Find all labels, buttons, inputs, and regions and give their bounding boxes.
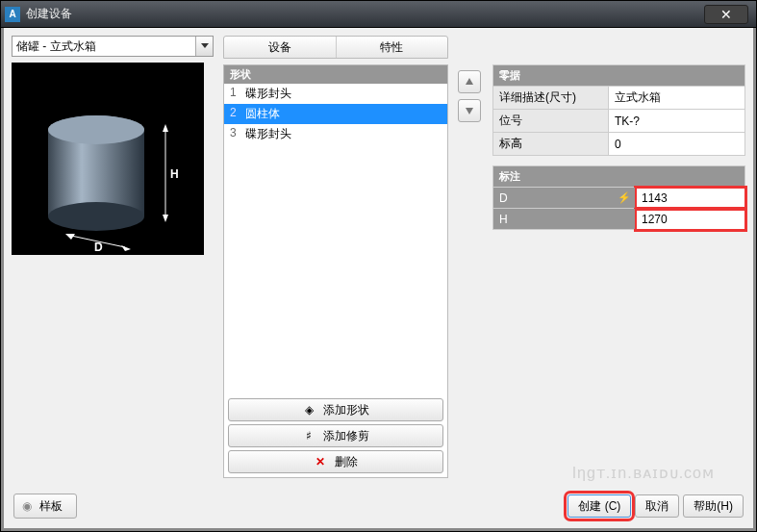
shape-panel: 形状 1 碟形封头 2 圆柱体 3 碟形封头 bbox=[223, 64, 448, 478]
move-down-button[interactable] bbox=[458, 99, 481, 122]
svg-text:H: H bbox=[170, 167, 179, 181]
window-title: 创建设备 bbox=[26, 6, 704, 22]
tab-properties[interactable]: 特性 bbox=[337, 37, 448, 58]
app-icon: A bbox=[5, 7, 20, 22]
svg-marker-11 bbox=[121, 245, 131, 251]
titlebar[interactable]: A 创建设备 ✕ bbox=[1, 1, 756, 28]
shapes-header: 形状 bbox=[224, 65, 447, 84]
delete-icon: ✕ bbox=[314, 455, 327, 469]
elev-value[interactable]: 0 bbox=[609, 133, 745, 156]
data-header: 零据 bbox=[493, 65, 745, 87]
cube-icon: ◈ bbox=[302, 403, 315, 417]
svg-point-4 bbox=[48, 115, 144, 144]
move-up-button[interactable] bbox=[458, 70, 481, 93]
bolt-icon: ⚡ bbox=[618, 191, 631, 204]
list-item[interactable]: 3 碟形封头 bbox=[224, 124, 447, 144]
svg-marker-14 bbox=[466, 108, 473, 114]
tag-label: 位号 bbox=[493, 110, 609, 133]
create-button[interactable]: 创建 (C) bbox=[568, 494, 631, 518]
equipment-type-combo[interactable] bbox=[12, 36, 214, 57]
equipment-type-input[interactable] bbox=[13, 37, 195, 56]
desc-label: 详细描述(尺寸) bbox=[493, 87, 609, 110]
bottom-bar: ◉ 样板 创建 (C) 取消 帮助(H) bbox=[13, 494, 744, 519]
dimensions-table: 标注 D⚡ 1143 H 1270 bbox=[492, 165, 745, 230]
cancel-button[interactable]: 取消 bbox=[635, 494, 679, 518]
elev-label: 标高 bbox=[493, 133, 609, 156]
dim-d-value[interactable]: 1143 bbox=[636, 188, 745, 209]
list-item[interactable]: 1 碟形封头 bbox=[224, 84, 447, 104]
tab-bar: 设备 特性 bbox=[223, 36, 448, 59]
list-item[interactable]: 2 圆柱体 bbox=[224, 104, 447, 124]
camera-icon: ◉ bbox=[22, 499, 32, 513]
help-button[interactable]: 帮助(H) bbox=[683, 494, 744, 518]
svg-marker-13 bbox=[466, 78, 473, 85]
tag-value[interactable]: TK-? bbox=[609, 110, 745, 133]
dims-header: 标注 bbox=[493, 166, 745, 188]
trim-icon: ♯ bbox=[302, 429, 315, 443]
add-trim-button[interactable]: ♯ 添加修剪 bbox=[228, 424, 443, 447]
data-table: 零据 详细描述(尺寸) 立式水箱 位号 TK-? 标高 0 bbox=[492, 64, 745, 156]
delete-button[interactable]: ✕ 删除 bbox=[228, 450, 443, 473]
svg-text:D: D bbox=[94, 241, 103, 254]
tab-equipment[interactable]: 设备 bbox=[224, 37, 337, 58]
svg-marker-7 bbox=[163, 215, 168, 222]
dim-d-label: D⚡ bbox=[493, 188, 636, 209]
shape-list[interactable]: 1 碟形封头 2 圆柱体 3 碟形封头 bbox=[224, 84, 447, 394]
svg-marker-0 bbox=[201, 43, 209, 48]
preview-image: H D bbox=[12, 63, 204, 255]
dialog-content: H D 设备 特性 形状 bbox=[1, 28, 756, 531]
svg-point-3 bbox=[48, 202, 144, 231]
add-shape-button[interactable]: ◈ 添加形状 bbox=[228, 398, 443, 421]
template-button[interactable]: ◉ 样板 bbox=[13, 494, 77, 519]
dialog-window: A 创建设备 ✕ bbox=[0, 0, 757, 532]
desc-value[interactable]: 立式水箱 bbox=[609, 87, 745, 110]
chevron-down-icon[interactable] bbox=[195, 37, 213, 56]
svg-marker-6 bbox=[163, 124, 168, 132]
close-button[interactable]: ✕ bbox=[704, 5, 748, 24]
dim-h-value[interactable]: 1270 bbox=[636, 209, 745, 230]
dim-h-label: H bbox=[493, 209, 636, 230]
